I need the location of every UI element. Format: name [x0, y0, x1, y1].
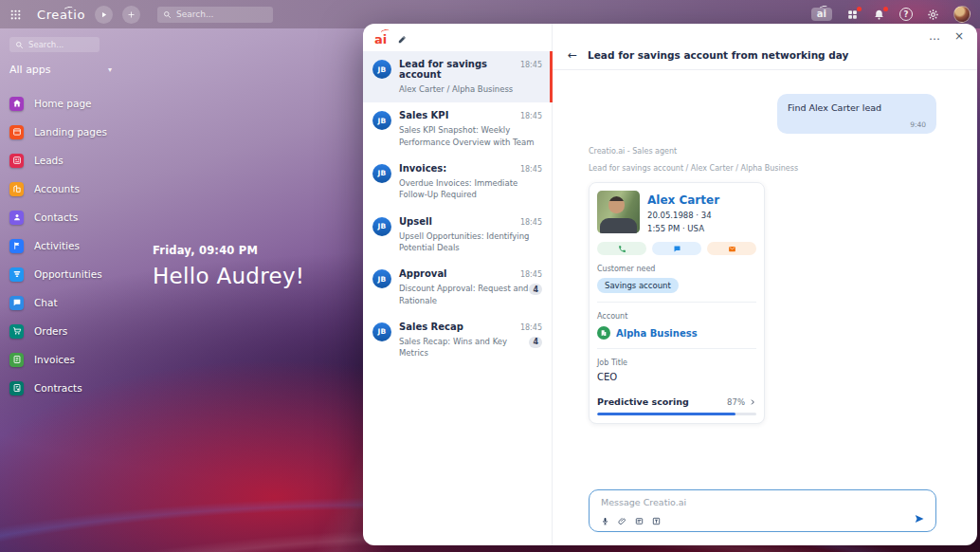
- phone-icon: [618, 245, 626, 253]
- customer-need-chip[interactable]: Savings account: [597, 278, 679, 293]
- back-arrow-icon[interactable]: ←: [568, 49, 577, 61]
- play-button[interactable]: [95, 6, 113, 24]
- help-icon[interactable]: ?: [899, 8, 913, 21]
- thread-panel: … × ← Lead for savings account from netw…: [553, 24, 977, 545]
- account-link[interactable]: Alpha Business: [616, 328, 698, 339]
- sidebar-item-activities[interactable]: Activities: [9, 231, 180, 260]
- customer-need-label: Customer need: [597, 265, 756, 273]
- scoring-value-wrap: 87%: [727, 397, 756, 407]
- sidebar-item-contacts[interactable]: Contacts: [9, 203, 180, 231]
- sidebar-nav: Home pageLanding pagesLeadsAccountsConta…: [9, 89, 180, 402]
- sidebar-item-accounts[interactable]: Accounts: [9, 175, 180, 203]
- global-search-input[interactable]: [176, 9, 262, 19]
- workspace-selector[interactable]: All apps ▾: [9, 64, 112, 76]
- account-row[interactable]: Alpha Business: [597, 326, 756, 340]
- contact-card: Alex Carter 20.05.1988 · 34 1:55 PM · US…: [589, 182, 765, 424]
- conversation-subtitle: Sales KPI Snapshot: Weekly Performance O…: [399, 124, 542, 148]
- conversation-list-header: ai: [363, 24, 552, 51]
- attachment-icon[interactable]: [618, 517, 626, 525]
- job-title-value: CEO: [597, 372, 756, 382]
- sidebar-search[interactable]: [9, 37, 100, 52]
- conversation-time: 18:45: [520, 270, 542, 279]
- sidebar-item-home-page[interactable]: Home page: [9, 89, 180, 118]
- message-button[interactable]: [652, 242, 701, 255]
- thread-header: ← Lead for savings account from networki…: [553, 49, 977, 70]
- contact-actions: [597, 242, 756, 255]
- sidebar-item-label: Contracts: [34, 382, 82, 394]
- home-icon: [9, 97, 24, 111]
- conversation-list: JBLead for savings accountAlex Carter / …: [363, 51, 552, 366]
- send-icon[interactable]: [914, 513, 925, 524]
- sidebar-search-input[interactable]: [28, 40, 95, 49]
- message-composer[interactable]: [589, 489, 936, 532]
- contact-birth-age: 20.05.1988 · 34: [647, 211, 719, 220]
- conversation-item-sales-kpi[interactable]: JBSales KPISales KPI Snapshot: Weekly Pe…: [363, 102, 552, 156]
- conversation-time: 18:45: [520, 218, 542, 227]
- email-button[interactable]: [707, 242, 756, 255]
- sidebar-item-invoices[interactable]: Invoices: [9, 345, 180, 374]
- plus-icon: [127, 10, 136, 19]
- sidebar-item-leads[interactable]: Leads: [9, 146, 180, 175]
- unread-badge: 4: [529, 337, 542, 348]
- microphone-icon[interactable]: [601, 517, 609, 525]
- app-launcher-icon[interactable]: [9, 9, 22, 21]
- divider: [597, 302, 756, 303]
- text-format-icon[interactable]: [652, 517, 661, 525]
- conversation-subtitle: Alex Carter / Alpha Business: [399, 83, 542, 95]
- sidebar-item-contracts[interactable]: Contracts: [9, 374, 180, 402]
- conversation-item-sales-recap[interactable]: JBSales RecapSales Recap: Wins and Key M…: [363, 314, 552, 367]
- close-icon[interactable]: ×: [954, 30, 964, 42]
- user-message-bubble: Find Alex Carter lead 9:40: [777, 94, 936, 134]
- scoring-progress-track: [597, 413, 756, 415]
- search-icon: [163, 10, 172, 19]
- notifications-bell-icon[interactable]: [873, 9, 885, 21]
- conversation-time: 18:45: [520, 323, 542, 332]
- creatio-logo: Creatio: [37, 8, 85, 22]
- ai-assistant-button[interactable]: ai: [811, 8, 832, 21]
- sidebar-item-landing-pages[interactable]: Landing pages: [9, 118, 180, 146]
- compose-icon[interactable]: [397, 34, 408, 45]
- agent-meta: Creatio.ai - Sales agent Lead for saving…: [589, 147, 936, 173]
- conversation-list-panel: ai JBLead for savings accountAlex Carter…: [363, 24, 553, 545]
- conversation-item-upsell[interactable]: JBUpsellUpsell Opportunities: Identifyin…: [363, 209, 552, 262]
- add-button[interactable]: [122, 6, 140, 24]
- apps-grid-icon[interactable]: [846, 9, 859, 21]
- contact-photo: [597, 191, 640, 233]
- predictive-scoring-row[interactable]: Predictive scoring 87%: [597, 396, 756, 407]
- sidebar-item-label: Leads: [34, 155, 64, 166]
- sidebar-item-label: Opportunities: [34, 268, 102, 280]
- contact-card-top: Alex Carter 20.05.1988 · 34 1:55 PM · US…: [597, 191, 756, 233]
- sidebar-item-label: Contacts: [34, 212, 78, 223]
- conversation-subtitle: Sales Recap: Wins and Key Metrics: [399, 336, 542, 359]
- composer-input[interactable]: [601, 497, 838, 507]
- contact-local-time: 1:55 PM · USA: [647, 224, 719, 233]
- global-search[interactable]: [157, 7, 273, 23]
- sidebar-item-chat[interactable]: Chat: [9, 288, 180, 317]
- sidebar-item-label: Home page: [34, 98, 92, 109]
- scoring-progress-fill: [597, 413, 735, 415]
- conversation-item-approval[interactable]: JBApprovalDiscount Approval: Request and…: [363, 261, 552, 314]
- more-options-icon[interactable]: …: [929, 30, 940, 42]
- message-area: Find Alex Carter lead 9:40 Creatio.ai - …: [553, 70, 977, 545]
- orders-icon: [9, 324, 24, 339]
- phone-button[interactable]: [597, 242, 646, 255]
- sidebar-item-label: Orders: [34, 325, 67, 337]
- settings-gear-icon[interactable]: [927, 9, 939, 21]
- conversation-subtitle: Discount Approval: Request and Rationale: [399, 283, 542, 306]
- prompt-list-icon[interactable]: [635, 517, 644, 525]
- agent-name: Creatio.ai - Sales agent: [589, 147, 936, 156]
- conversation-time: 18:45: [520, 112, 542, 120]
- conversation-item-lead-for-savings-account[interactable]: JBLead for savings accountAlex Carter / …: [363, 51, 552, 102]
- job-title-label: Job Title: [597, 359, 756, 367]
- user-avatar[interactable]: [953, 6, 971, 23]
- conversation-avatar: JB: [372, 164, 391, 183]
- contact-name-link[interactable]: Alex Carter: [647, 193, 719, 207]
- sidebar-item-orders[interactable]: Orders: [9, 317, 180, 345]
- user-message-text: Find Alex Carter lead: [788, 102, 926, 113]
- account-label: Account: [597, 312, 756, 321]
- conversation-avatar: JB: [372, 60, 391, 79]
- account-avatar: [597, 326, 610, 340]
- conversation-avatar: JB: [372, 322, 391, 341]
- conversation-item-invoices[interactable]: JBInvoices:Overdue Invoices: Immediate F…: [363, 156, 552, 209]
- sidebar-item-opportunities[interactable]: Opportunities: [9, 260, 180, 288]
